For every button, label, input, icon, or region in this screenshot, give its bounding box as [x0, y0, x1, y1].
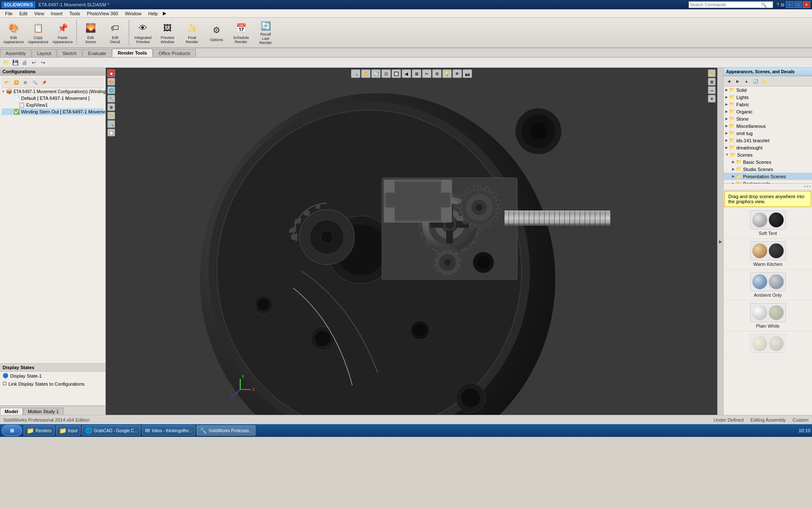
vp-btn-rotate[interactable]: 🔄: [371, 69, 381, 78]
menu-file[interactable]: File: [2, 10, 16, 17]
taskbar-app-chrome[interactable]: 🌐 GrabCAD - Google C...: [82, 425, 140, 436]
link-display-states[interactable]: ☐ Link Display States to Configurations: [0, 380, 105, 388]
link-checkbox[interactable]: ☐: [3, 381, 7, 387]
ap-tree-presentation-scenes[interactable]: ▶ 📁 Presentation Scenes: [724, 173, 812, 180]
edit-scene-button[interactable]: 🌄 EditScene: [79, 19, 102, 46]
vp-left-btn-7[interactable]: 🔍: [107, 120, 115, 128]
sub-tool-3[interactable]: 🖨: [20, 58, 29, 67]
right-panel-collapse-button[interactable]: ▶: [717, 68, 723, 415]
tree-tool-3[interactable]: ⊞: [21, 78, 30, 87]
vp-btn-zoom-box[interactable]: 🔲: [392, 69, 401, 78]
display-state-item[interactable]: 🔵 Display State-1: [0, 372, 105, 380]
tab-render-tools[interactable]: Render Tools: [112, 49, 152, 57]
viewport[interactable]: 🔍 ✋ 🔄 ⊡ 🔲 ◀ 🖥 ✂ ⚙ 💡 👁 📷 📐 ⊞ — ✕ ■ 🎨 🌐 🔧: [106, 68, 717, 415]
vp-btn-view-settings[interactable]: ⚙: [432, 69, 442, 78]
menu-help[interactable]: Help: [145, 10, 162, 17]
ap-tree-misc[interactable]: ▶ 📁 Miscellaneous: [724, 122, 812, 130]
ap-tree-organic[interactable]: ▶ 📁 Organic: [724, 108, 812, 115]
sub-tool-1[interactable]: 📁: [2, 58, 10, 67]
tree-tool-5[interactable]: 📌: [40, 78, 48, 87]
vp-btn-section[interactable]: ✂: [422, 69, 431, 78]
schedule-render-button[interactable]: 📅 ScheduleRender: [229, 19, 253, 46]
tree-item-explview[interactable]: 📋 ExplView1: [2, 102, 104, 108]
scene-item-warm-kitchen[interactable]: Warm Kitchen: [724, 239, 812, 270]
tab-assembly[interactable]: Assembly: [0, 49, 31, 57]
ap-tree-dreadnought[interactable]: ▶ 📁 dreadnought: [724, 144, 812, 151]
ap-tool-up[interactable]: ▲: [742, 77, 751, 86]
ap-tree-fabric[interactable]: ▶ 📁 Fabric: [724, 101, 812, 108]
final-render-button[interactable]: ✨ FinalRender: [180, 19, 204, 46]
ap-tree-stone[interactable]: ▶ 📁 Stone: [724, 115, 812, 122]
tree-tool-1[interactable]: 📂: [3, 78, 11, 87]
ap-tree-lights[interactable]: ▶ 📁 Lights: [724, 94, 812, 101]
menu-window[interactable]: Window: [121, 10, 145, 17]
sub-tool-2[interactable]: 💾: [11, 58, 19, 67]
paste-appearance-button[interactable]: 📌 PasteAppearance: [51, 19, 74, 46]
menu-insert[interactable]: Insert: [47, 10, 66, 17]
ap-tree-basic-scenes[interactable]: ▶ 📁 Basic Scenes: [724, 158, 812, 166]
vp-btn-lighting[interactable]: 💡: [442, 69, 452, 78]
taskbar-app-solidworks[interactable]: 🔧 SolidWorks Professio...: [197, 425, 255, 436]
scene-item-plain-white[interactable]: Plain White: [724, 301, 812, 331]
menu-edit[interactable]: Edit: [16, 10, 31, 17]
tree-tool-2[interactable]: 🔽: [12, 78, 20, 87]
menu-expand-icon[interactable]: ▶: [163, 11, 166, 16]
options-button[interactable]: ⚙ Options: [205, 19, 228, 46]
model-tab-motion-study[interactable]: Motion Study 1: [23, 408, 63, 415]
taskbar-app-inbox[interactable]: ✉ Inbox - thinkingoffer...: [142, 425, 195, 436]
search-input[interactable]: [689, 3, 761, 7]
tree-tool-4[interactable]: 🔍: [30, 78, 39, 87]
vp-btn-prev-view[interactable]: ◀: [402, 69, 411, 78]
vp-btn-hide-show[interactable]: 👁: [453, 69, 462, 78]
minimize-button[interactable]: −: [786, 1, 793, 8]
scene-item-more[interactable]: [724, 331, 812, 356]
vp-btn-camera[interactable]: 📷: [463, 69, 472, 78]
start-button[interactable]: ⊞: [2, 425, 22, 436]
preview-window-button[interactable]: 🖼 PreviewWindow: [156, 19, 179, 46]
vp-left-btn-6[interactable]: 📏: [107, 112, 115, 119]
vp-left-btn-8[interactable]: 📋: [107, 129, 115, 136]
display-state-radio[interactable]: 🔵: [3, 373, 8, 378]
maximize-button[interactable]: □: [794, 1, 802, 8]
scene-item-soft-tent[interactable]: Soft Tent: [724, 208, 812, 239]
vp-right-btn-2[interactable]: ⊞: [708, 78, 716, 86]
copy-appearance-button[interactable]: 📋 CopyAppearance: [26, 19, 50, 46]
vp-btn-display-mode[interactable]: 🖥: [412, 69, 421, 78]
vp-left-btn-1[interactable]: ■: [107, 69, 115, 77]
tab-evaluate[interactable]: Evaluate: [82, 49, 112, 57]
vp-btn-fit[interactable]: ⊡: [381, 69, 391, 78]
tab-sketch[interactable]: Sketch: [57, 49, 82, 57]
model-tab-model[interactable]: Model: [0, 408, 23, 415]
ap-tool-back[interactable]: ◀: [724, 77, 733, 86]
taskbar-app-input[interactable]: 📁 Input: [56, 425, 80, 436]
ap-tree-backgrounds[interactable]: ▶ 📁 Backgrounds: [724, 180, 812, 184]
tree-item-root[interactable]: ▼ 📦 ETA 6497-1 Movement Configuration(s)…: [2, 88, 104, 95]
taskbar-app-renders[interactable]: 📁 Renders: [24, 425, 55, 436]
vp-left-btn-4[interactable]: 🔧: [107, 95, 115, 102]
ap-tool-star[interactable]: ⭐: [760, 77, 768, 86]
menu-view[interactable]: View: [31, 10, 48, 17]
ap-tool-refresh[interactable]: 🔄: [751, 77, 760, 86]
ap-tree-studio-scenes[interactable]: ▶ 📁 Studio Scenes: [724, 166, 812, 173]
scene-item-ambient-only[interactable]: Ambient Only: [724, 270, 812, 301]
vp-btn-zoom[interactable]: 🔍: [351, 69, 360, 78]
edit-appearance-button[interactable]: 🎨 EditAppearance: [2, 19, 25, 46]
edit-decal-button[interactable]: 🏷 EditDecal: [103, 19, 127, 46]
vp-right-btn-1[interactable]: 📐: [708, 69, 716, 77]
vp-left-btn-2[interactable]: 🎨: [107, 78, 115, 86]
tree-item-default[interactable]: 📄 Default [ ETA 6497-1 Movement ]: [2, 95, 104, 102]
vp-btn-pan[interactable]: ✋: [361, 69, 370, 78]
sub-tool-4[interactable]: ↩: [30, 58, 38, 67]
integrated-preview-button[interactable]: 👁 IntegratedPreview: [131, 19, 155, 46]
ap-tree-ids141[interactable]: ▶ 📁 ids-141 bracelet: [724, 137, 812, 144]
vp-left-btn-5[interactable]: ⊕: [107, 103, 115, 111]
tab-layout[interactable]: Layout: [32, 49, 57, 57]
ap-tree-scenes[interactable]: ▼ 📁 Scenes: [724, 151, 812, 158]
ap-tool-forward[interactable]: ▶: [733, 77, 742, 86]
ap-tree-solid[interactable]: ▶ 📁 Solid: [724, 86, 812, 94]
vp-right-btn-3[interactable]: —: [708, 86, 716, 94]
search-box[interactable]: 🔍: [689, 1, 773, 8]
menu-photoview[interactable]: PhotoView 360: [84, 10, 122, 17]
recall-last-render-button[interactable]: 🔄 RecallLastRender: [254, 19, 277, 46]
menu-tools[interactable]: Tools: [66, 10, 84, 17]
